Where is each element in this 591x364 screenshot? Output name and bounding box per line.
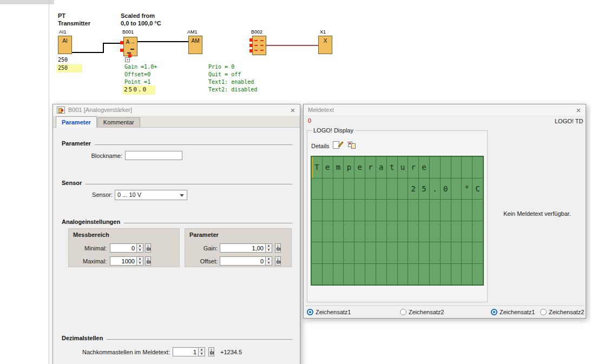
lcd-cell[interactable] — [419, 242, 429, 263]
spin-up-icon[interactable]: ▲ — [266, 257, 272, 261]
lcd-cell[interactable] — [365, 200, 376, 221]
lcd-cell[interactable]: r — [408, 157, 418, 178]
connector-handle[interactable] — [120, 49, 123, 52]
lcd-cell[interactable] — [365, 221, 376, 242]
lcd-cell[interactable] — [462, 242, 472, 263]
offset-input[interactable] — [220, 256, 265, 266]
radio-zeichensatz1-right[interactable]: Zeichensatz1 — [491, 308, 535, 316]
spin-up-icon[interactable]: ▲ — [266, 244, 272, 248]
lcd-cell[interactable] — [451, 178, 462, 200]
lcd-cell[interactable] — [398, 264, 408, 285]
lcd-cell[interactable] — [430, 157, 440, 178]
lcd-cell[interactable]: ° — [462, 178, 472, 200]
blockname-input[interactable] — [125, 151, 182, 160]
lcd-cell[interactable] — [323, 264, 333, 285]
block-b002[interactable] — [252, 36, 266, 55]
lcd-cell[interactable]: C — [472, 178, 483, 200]
radio-icon[interactable] — [540, 309, 547, 315]
radio-icon[interactable] — [491, 309, 497, 315]
lcd-cell[interactable] — [462, 221, 472, 242]
lcd-cell[interactable] — [333, 178, 344, 200]
lcd-cell[interactable] — [344, 178, 354, 200]
minimal-input[interactable] — [110, 243, 136, 253]
lcd-cell[interactable]: m — [333, 157, 344, 178]
lcd-cell[interactable] — [441, 221, 451, 242]
close-icon[interactable]: × — [288, 105, 298, 115]
lcd-cell[interactable] — [312, 264, 322, 285]
lcd-cell[interactable] — [451, 221, 462, 242]
lcd-cell[interactable]: t — [387, 157, 397, 178]
wire-ai1-b001[interactable] — [72, 52, 103, 53]
lcd-cell[interactable] — [312, 178, 322, 200]
wire-b001-am1[interactable] — [137, 41, 188, 42]
tab-parameter[interactable]: Parameter — [56, 116, 97, 128]
spin-down-icon[interactable]: ▼ — [199, 352, 205, 356]
gain-input[interactable] — [220, 243, 265, 253]
gain-reference-button[interactable] — [275, 243, 281, 253]
lcd-cell[interactable] — [472, 221, 483, 242]
lcd-cell[interactable] — [441, 242, 451, 263]
lcd-cell[interactable]: p — [344, 157, 354, 178]
lcd-cell[interactable] — [462, 157, 472, 178]
lcd-cell[interactable] — [430, 264, 440, 285]
lcd-cell[interactable]: r — [365, 157, 376, 178]
lcd-cell[interactable] — [344, 264, 354, 285]
lcd-cell[interactable]: e — [323, 157, 333, 178]
lcd-cell[interactable] — [323, 221, 333, 242]
block-b001[interactable]: A→ — [123, 37, 137, 56]
radio-icon[interactable] — [307, 309, 313, 315]
minimal-reference-button[interactable] — [145, 243, 151, 253]
charset-icon[interactable] — [347, 141, 357, 149]
lcd-cell[interactable] — [323, 178, 333, 200]
spin-up-icon[interactable]: ▲ — [199, 348, 205, 352]
lcd-cell[interactable] — [451, 264, 462, 285]
sensor-select[interactable]: 0 ... 10 V — [115, 190, 187, 200]
lcd-cell[interactable] — [398, 242, 408, 263]
lcd-cell[interactable]: . — [430, 178, 440, 200]
lcd-cell[interactable] — [472, 157, 483, 178]
lcd-cell[interactable] — [344, 242, 354, 263]
lcd-cell[interactable] — [344, 221, 354, 242]
lcd-cell[interactable]: e — [419, 157, 429, 178]
lcd-cell[interactable] — [441, 200, 451, 221]
lcd-cell[interactable] — [419, 200, 429, 221]
title-bar[interactable]: B001 [Analogverstärker] × — [53, 104, 300, 116]
lcd-cell[interactable] — [398, 221, 408, 242]
lcd-cell[interactable] — [323, 200, 333, 221]
lcd-cell[interactable] — [462, 264, 472, 285]
lcd-cell[interactable] — [333, 242, 344, 263]
lcd-cell[interactable] — [408, 264, 418, 285]
lcd-cell[interactable] — [462, 200, 472, 221]
lcd-cell[interactable] — [376, 200, 386, 221]
lcd-cell[interactable] — [354, 200, 365, 221]
lcd-cell[interactable] — [408, 221, 418, 242]
lcd-cell[interactable] — [451, 157, 462, 178]
lcd-cell[interactable] — [354, 264, 365, 285]
spin-down-icon[interactable]: ▼ — [137, 248, 143, 252]
spin-up-icon[interactable]: ▲ — [137, 257, 143, 261]
lcd-cell[interactable] — [312, 200, 322, 221]
maximal-input[interactable] — [110, 256, 136, 266]
wire-ai1-b001[interactable] — [103, 43, 104, 53]
lcd-cell[interactable] — [365, 178, 376, 200]
lcd-cell[interactable] — [387, 200, 397, 221]
lcd-cell[interactable] — [344, 200, 354, 221]
lcd-cell[interactable]: 2 — [408, 178, 418, 200]
lcd-cell[interactable] — [398, 200, 408, 221]
lcd-cell[interactable]: a — [376, 157, 386, 178]
lcd-cell[interactable] — [354, 221, 365, 242]
tab-kommentar[interactable]: Kommentar — [97, 117, 140, 127]
lcd-cell[interactable]: T — [312, 157, 322, 178]
expand-toggle[interactable]: + — [125, 57, 130, 62]
offset-reference-button[interactable] — [275, 256, 281, 266]
block-x1[interactable]: X — [318, 36, 332, 54]
close-icon[interactable]: × — [574, 105, 583, 115]
lcd-cell[interactable] — [387, 242, 397, 263]
dezimal-input[interactable] — [173, 347, 198, 356]
edit-icon[interactable] — [332, 141, 342, 149]
lcd-cell[interactable] — [430, 242, 440, 263]
lcd-cell[interactable] — [451, 200, 462, 221]
maximal-reference-button[interactable] — [145, 256, 151, 266]
lcd-cell[interactable] — [312, 242, 322, 263]
radio-zeichensatz2-left[interactable]: Zeichensatz2 — [400, 308, 444, 316]
